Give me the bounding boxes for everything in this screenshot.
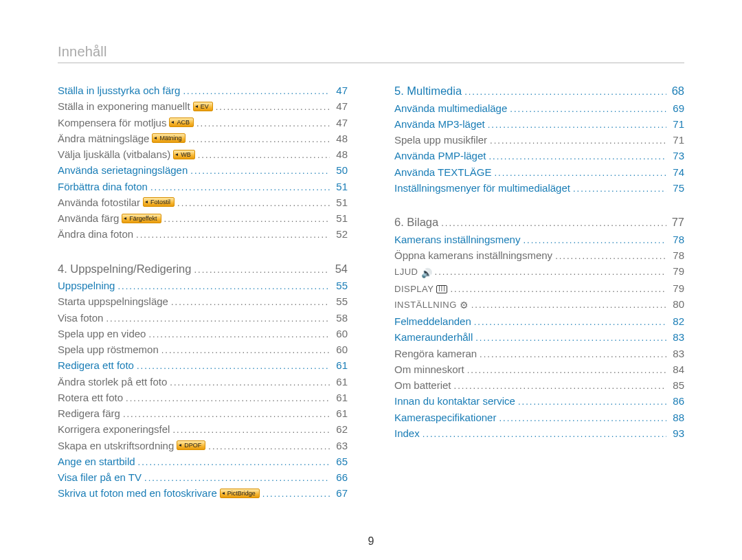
toc-page-number: 88 (669, 410, 684, 425)
toc-page-number: 51 (333, 194, 348, 210)
toc-page-number: 51 (333, 210, 348, 226)
toc-label[interactable]: Ställa in ljusstyrka och färg (58, 82, 180, 98)
toc-leaders (490, 132, 666, 148)
toc-leaders (573, 180, 666, 196)
toc-entry[interactable]: Förbättra dina foton51 (58, 179, 348, 194)
toc-page-number: 61 (333, 357, 348, 373)
toc-label[interactable]: Använda multimedialäge (394, 100, 507, 116)
toc-column-left: Ställa in ljusstyrka och färg47Ställa in… (58, 82, 348, 502)
toc-page-number: 80 (669, 296, 684, 312)
toc-entry: Använda fotostilarFotostil51 (58, 194, 348, 210)
toc-label: Redigera färg (58, 405, 120, 421)
toc-label[interactable]: Använda PMP-läget (394, 148, 486, 164)
toc-leaders (190, 162, 330, 178)
toc-leaders (480, 346, 666, 361)
toc-label[interactable]: Använda MP3-läget (394, 116, 485, 132)
toc-leaders (183, 82, 330, 98)
toc-entry[interactable]: Visa filer på en TV66 (58, 469, 348, 485)
toc-chapter: 6. Bilaga77 (394, 214, 684, 232)
toc-page-number: 61 (333, 405, 348, 421)
toc-leaders (450, 280, 666, 296)
toc-leaders (170, 374, 330, 390)
toc-leaders (216, 98, 330, 114)
toc-leaders (126, 390, 330, 405)
toc-label[interactable]: Använda serietagningslägen (58, 162, 188, 178)
toc-label[interactable]: Kameraunderhåll (394, 329, 473, 345)
toc-entry[interactable]: Index93 (394, 425, 684, 441)
toc-chapter[interactable]: 5. Multimedia68 (394, 82, 684, 100)
toc-leaders (518, 393, 666, 409)
toc-entry: Spela upp musikfiler71 (394, 132, 684, 148)
toc-page-number: 66 (333, 469, 348, 485)
toc-page-number: 58 (333, 310, 348, 326)
toc-label[interactable]: Redigera ett foto (58, 357, 134, 373)
toc-label[interactable]: Ange en startbild (58, 453, 135, 469)
toc-page-number: 71 (669, 132, 684, 148)
mode-tag: Fotostil (143, 197, 175, 207)
toc-label: Rengöra kameran (394, 346, 477, 361)
toc-label: Rotera ett foto (58, 390, 123, 405)
toc-entry: Korrigera exponeringsfel62 (58, 421, 348, 437)
toc-page-number: 69 (669, 100, 684, 116)
toc-entry[interactable]: Redigera ett foto61 (58, 357, 348, 373)
toc-label[interactable]: Uppspelning (58, 278, 115, 293)
toc-label[interactable]: 5. Multimedia (394, 82, 462, 100)
toc-entry[interactable]: Ange en startbild65 (58, 453, 348, 469)
toc-label[interactable]: Kameraspecifikationer (394, 410, 496, 425)
toc-leaders (137, 357, 330, 373)
toc-entry[interactable]: Använda multimedialäge69 (394, 100, 684, 116)
toc-page-number: 52 (333, 226, 348, 242)
gear-icon (460, 297, 469, 313)
toc-entry: Spela upp röstmemon60 (58, 341, 348, 357)
toc-entry: Välja ljuskälla (vitbalans)WB48 (58, 146, 348, 162)
toc-entry[interactable]: Uppspelning55 (58, 278, 348, 293)
toc-page-number: 71 (669, 116, 684, 132)
toc-entry: Ändra mätningslägeMätning48 (58, 131, 348, 146)
toc-label[interactable]: Visa filer på en TV (58, 469, 142, 485)
toc-entry[interactable]: Felmeddelanden82 (394, 313, 684, 329)
toc-page-number: 79 (669, 263, 684, 279)
toc-entry[interactable]: Inställningsmenyer för multimedialäget75 (394, 180, 684, 196)
toc-label[interactable]: Innan du kontaktar service (394, 393, 515, 409)
toc-label[interactable]: Kamerans inställningsmeny (394, 232, 520, 247)
toc-entry[interactable]: Använda TEXTLÄGE74 (394, 164, 684, 180)
toc-label[interactable]: Förbättra dina foton (58, 179, 148, 194)
toc-page-number: 60 (333, 341, 348, 357)
toc-page-number: 61 (333, 390, 348, 405)
toc-label[interactable]: Felmeddelanden (394, 313, 471, 329)
toc-entry: Öppna kamerans inställningsmeny78 (394, 247, 684, 263)
toc-entry[interactable]: Kameraspecifikationer88 (394, 410, 684, 425)
toc-leaders (208, 438, 330, 453)
toc-leaders (467, 361, 666, 377)
toc-label[interactable]: Skriva ut foton med en fotoskrivarePictB… (58, 485, 260, 501)
toc-page-number: 60 (333, 326, 348, 341)
toc-entry[interactable]: Innan du kontaktar service86 (394, 393, 684, 409)
toc-entry[interactable]: Kameraunderhåll83 (394, 329, 684, 345)
toc-label: Spela upp musikfiler (394, 132, 487, 148)
toc-label: Kompensera för motljusACB (58, 115, 194, 131)
toc-entry[interactable]: Använda MP3-läget71 (394, 116, 684, 132)
toc-entry[interactable]: Kamerans inställningsmeny78 (394, 232, 684, 247)
toc-label: Använda fotostilarFotostil (58, 194, 175, 210)
toc-label: Om minneskort (394, 361, 464, 377)
toc-label[interactable]: Index (394, 425, 420, 441)
toc-label: Ändra dina foton (58, 226, 133, 242)
toc-page-number: 73 (669, 148, 684, 164)
toc-entry[interactable]: Använda PMP-läget73 (394, 148, 684, 164)
toc-entry[interactable]: Skriva ut foton med en fotoskrivarePictB… (58, 485, 348, 501)
toc-label: Skapa en utskriftsordningDPOF (58, 438, 205, 453)
toc-page-number: 61 (333, 374, 348, 390)
toc-leaders (471, 296, 666, 312)
toc-entry[interactable]: Ställa in ljusstyrka och färg47 (58, 82, 348, 98)
toc-label: INSTÄLLNING (394, 297, 469, 313)
toc-page-number: 83 (669, 346, 684, 361)
toc-page-number: 83 (669, 329, 684, 345)
toc-page-number: 55 (333, 278, 348, 293)
mode-tag: PictBridge (220, 489, 260, 498)
toc-page-number: 50 (333, 162, 348, 178)
toc-label[interactable]: Inställningsmenyer för multimedialäget (394, 180, 570, 196)
toc-entry: Skapa en utskriftsordningDPOF63 (58, 438, 348, 453)
toc-label[interactable]: Använda TEXTLÄGE (394, 164, 491, 180)
toc-entry[interactable]: Använda serietagningslägen50 (58, 162, 348, 178)
toc-leaders (150, 179, 330, 194)
